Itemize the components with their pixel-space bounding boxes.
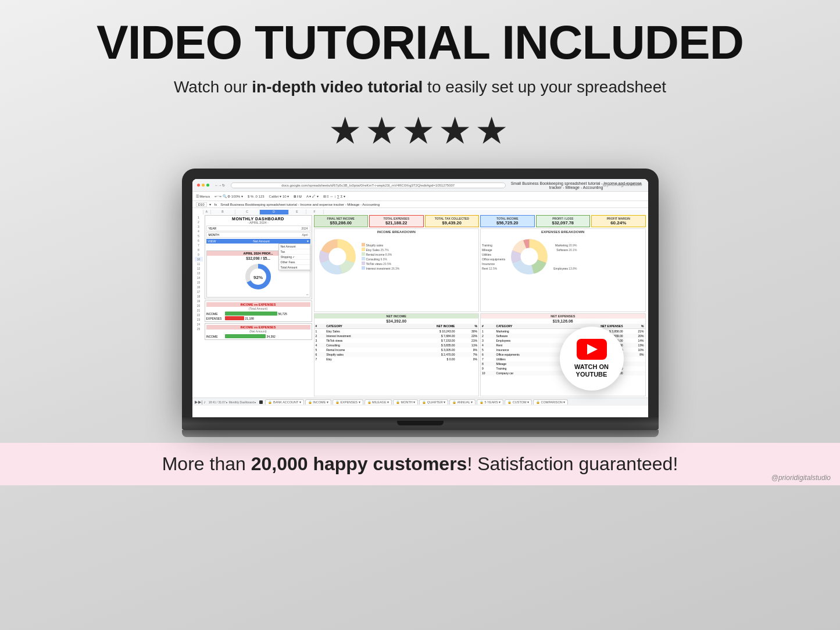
tab-bank-account[interactable]: 🔒 BANK ACCOUNT ▾ xyxy=(265,399,303,405)
svg-text:92%: 92% xyxy=(253,275,263,280)
youtube-label: WATCH ONYOUTUBE xyxy=(574,363,609,378)
tab-annual[interactable]: 🔒 ANNUAL ▾ xyxy=(449,399,476,405)
comparison-subtitle2: (Net Amount) xyxy=(206,330,310,333)
sheets-tabs: ▶ ▶| ♪ 18:41 / 31:07 ▸ Monthly Dashboard… xyxy=(192,398,648,406)
kpi-value-2: $9,439.20 xyxy=(427,220,478,225)
youtube-icon xyxy=(577,339,607,360)
expenses-chart-title: EXPENSES BREAKDOWN xyxy=(482,230,644,234)
kpi-value-5: 60.24% xyxy=(593,220,644,225)
subtitle-end: to easily set up your spreadsheet xyxy=(423,78,666,96)
kpi-value-4: $32,097.78 xyxy=(538,220,589,225)
view-dropdown-menu: Net Amount Tax Shipping ✓ Other Fees Tot… xyxy=(278,244,310,270)
comparison-subtitle1: (Total Amount) xyxy=(206,307,310,310)
dashboard-title: MONTHLY DASHBOARD xyxy=(206,217,310,221)
star-rating: ★★★★★ xyxy=(328,109,512,152)
kpi-value-3: $56,725.20 xyxy=(482,220,533,225)
laptop-container: ←→↻ docs.google.com/spreadsheets/d/67p5c… xyxy=(182,169,659,437)
dropdown-item-net[interactable]: Net Amount xyxy=(279,244,310,249)
browser-url: docs.google.com/spreadsheets/d/67p5c3B_l… xyxy=(231,182,506,188)
kpi-value-0: $53,286.00 xyxy=(316,220,367,225)
view-dropdown[interactable]: VIEW Net Amount ▾ xyxy=(206,239,310,244)
attribution: @prioridigitalstudio xyxy=(771,474,831,482)
net-expenses-amount: $19,126.06 xyxy=(481,318,645,324)
tab-month[interactable]: 🔒 MONTH ▾ xyxy=(393,399,418,405)
svg-point-4 xyxy=(328,248,346,266)
income-pie-chart xyxy=(316,235,359,278)
comparison-title1: INCOME vs EXPENSES xyxy=(206,302,310,307)
net-income-table: NET INCOME $34,392.00 # CATEGORY xyxy=(314,313,480,397)
footer-banner: More than 20,000 happy customers! Satisf… xyxy=(0,443,840,485)
footer-text: More than 20,000 happy customers! Satisf… xyxy=(17,453,823,475)
tab-quarter[interactable]: 🔒 QUARTER ▾ xyxy=(419,399,448,405)
expenses-pie-chart xyxy=(507,235,551,278)
browser-bar: ←→↻ docs.google.com/spreadsheets/d/67p5c… xyxy=(192,179,648,192)
income-chart-title: INCOME BREAKDOWN xyxy=(316,230,478,234)
svg-point-6 xyxy=(521,248,538,266)
net-income-title: NET INCOME xyxy=(314,314,479,318)
subtitle-bold: in-depth video tutorial xyxy=(252,78,423,96)
tab-custom[interactable]: 🔒 CUSTOM ▾ xyxy=(505,399,532,405)
kpi-row: FINAL NET INCOME $53,286.00 TOTAL EXPENS… xyxy=(314,215,646,227)
page-title: VIDEO TUTORIAL INCLUDED xyxy=(96,17,744,67)
net-income-amount: $34,392.00 xyxy=(314,318,479,324)
dashboard-subtitle: - APRIL 2024 - xyxy=(206,221,310,224)
tab-mileage[interactable]: 🔒 MILEAGE ▾ xyxy=(364,399,392,405)
youtube-button[interactable]: WATCH ONYOUTUBE xyxy=(560,327,624,391)
dropdown-item-shipping[interactable]: Shipping ✓ xyxy=(279,255,310,260)
tab-expenses[interactable]: 🔒 EXPENSES ▾ xyxy=(333,399,363,405)
dropdown-item-total[interactable]: Total Amount xyxy=(279,265,310,270)
subtitle: Watch our in-depth video tutorial to eas… xyxy=(174,78,666,96)
dropdown-item-tax[interactable]: Tax xyxy=(279,249,310,255)
income-chart: INCOME BREAKDOWN xyxy=(314,228,480,312)
subtitle-plain: Watch our xyxy=(174,78,252,96)
formula-bar: D10 ▾ fx Small Business Bookkeeping spre… xyxy=(192,201,648,208)
sheets-toolbar: ☰ Menus ↩ ↪ 🔍 ⚙ 100% ▾ $ % .0 123 Calibr… xyxy=(192,192,648,201)
dropdown-item-fees[interactable]: Other Fees xyxy=(279,260,310,265)
tab-comparison[interactable]: 🔒 COMPARISON ▾ xyxy=(533,399,568,405)
comparison-title2: INCOME vs EXPENSES xyxy=(206,325,310,330)
expenses-chart: EXPENSES BREAKDOWN Training Mileage Util… xyxy=(480,228,646,312)
tab-income[interactable]: 🔒 INCOME ▾ xyxy=(305,399,331,405)
net-expenses-title: NET EXPENSES xyxy=(481,314,645,318)
tab-5years[interactable]: 🔒 5 YEARS ▾ xyxy=(477,399,503,405)
donut-chart: 92% xyxy=(244,262,273,291)
kpi-value-1: $21,188.22 xyxy=(371,220,422,225)
play-icon xyxy=(587,344,598,355)
watermark: @prioridigitalstudio xyxy=(602,182,642,187)
